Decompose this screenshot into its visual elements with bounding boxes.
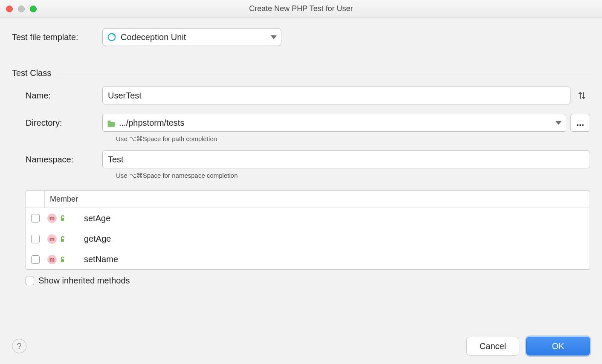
member-checkbox[interactable] <box>31 255 40 264</box>
show-inherited-row: Show inherited methods <box>26 276 590 286</box>
chevron-down-icon <box>556 121 561 125</box>
directory-hint: Use ⌥⌘Space for path completion <box>102 135 590 143</box>
help-button[interactable]: ? <box>12 339 26 353</box>
svg-rect-1 <box>108 121 111 122</box>
test-file-template-row: Test file template: Codeception Unit <box>12 28 590 46</box>
ok-button[interactable]: OK <box>526 337 590 355</box>
titlebar: Create New PHP Test for User <box>0 0 602 18</box>
namespace-label: Namespace: <box>12 155 102 165</box>
directory-value: .../phpstorm/tests <box>119 118 552 128</box>
test-file-template-value: Codeception Unit <box>121 32 266 42</box>
show-inherited-checkbox[interactable] <box>26 277 34 285</box>
name-row: Name: <box>12 87 590 104</box>
codeception-icon <box>107 32 116 42</box>
folder-icon <box>107 119 116 126</box>
member-row[interactable]: m setAge <box>26 208 590 228</box>
traffic-lights <box>6 6 37 12</box>
show-inherited-label: Show inherited methods <box>38 276 130 286</box>
public-visibility-icon <box>58 256 65 263</box>
close-window-button[interactable] <box>6 6 13 12</box>
dialog-content: Test file template: Codeception Unit Tes… <box>0 18 602 330</box>
directory-row: Directory: .../phpstorm/tests ... <box>12 114 590 132</box>
directory-label: Directory: <box>12 118 102 128</box>
separator <box>56 73 590 73</box>
public-visibility-icon <box>58 215 65 222</box>
method-icon: m <box>47 255 57 264</box>
namespace-input[interactable] <box>102 150 590 168</box>
test-class-fieldset: Test Class <box>12 68 590 78</box>
chevron-down-icon <box>271 35 277 39</box>
dialog-title: Create New PHP Test for User <box>0 4 602 13</box>
directory-select[interactable]: .../phpstorm/tests <box>102 114 566 132</box>
public-visibility-icon <box>58 236 65 243</box>
member-checkbox[interactable] <box>31 214 40 222</box>
minimize-window-button[interactable] <box>18 6 25 12</box>
method-icon: m <box>47 234 57 244</box>
namespace-row: Namespace: <box>12 150 590 168</box>
test-file-template-select[interactable]: Codeception Unit <box>102 28 281 46</box>
member-name: setName <box>84 254 118 264</box>
member-checkbox[interactable] <box>31 235 40 243</box>
member-name: setAge <box>84 214 110 223</box>
browse-directory-button[interactable]: ... <box>570 114 590 132</box>
svg-rect-4 <box>61 259 64 262</box>
members-checkbox-column <box>26 191 45 208</box>
name-input[interactable] <box>102 87 570 104</box>
swap-name-button[interactable] <box>574 87 590 104</box>
svg-rect-3 <box>61 239 64 242</box>
test-file-template-label: Test file template: <box>12 32 102 42</box>
members-header-label: Member <box>45 195 78 204</box>
dialog-footer: ? Cancel OK <box>0 330 602 364</box>
dialog-window: Create New PHP Test for User Test file t… <box>0 0 602 364</box>
member-row[interactable]: m getAge <box>26 228 590 249</box>
namespace-hint: Use ⌥⌘Space for namespace completion <box>102 172 590 179</box>
maximize-window-button[interactable] <box>30 6 37 12</box>
cancel-button[interactable]: Cancel <box>466 337 519 355</box>
members-table: Member m setAge m getAge m <box>26 191 590 270</box>
method-icon: m <box>47 214 57 223</box>
member-row[interactable]: m setName <box>26 249 590 269</box>
members-header: Member <box>26 191 590 208</box>
member-name: getAge <box>84 234 111 244</box>
svg-rect-2 <box>61 218 64 221</box>
test-class-legend: Test Class <box>12 68 51 78</box>
name-label: Name: <box>12 91 102 101</box>
